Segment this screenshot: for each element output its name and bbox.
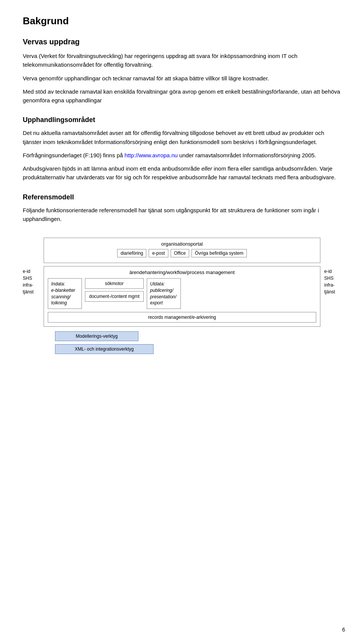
eid-left-line3: infra- [23, 282, 33, 288]
diarieföring-box: diarieföring [117, 249, 146, 257]
records-area: records management/e-arkivering [48, 312, 316, 323]
arendehantering-label: ärendehantering/workflow/process managem… [48, 270, 316, 275]
section2-p3-text: Anbudsgivaren bjöds in att lämna anbud i… [23, 165, 201, 172]
utdata-label: Utdata: [150, 281, 165, 287]
section1-p1: Verva (Verket för förvaltningsutveckling… [23, 52, 341, 69]
indata-scanning: scanning/ [51, 294, 71, 299]
eid-right-line2: SHS [324, 276, 334, 281]
eid-right-line3: infra- [324, 282, 334, 288]
page-number: 6 [342, 627, 345, 633]
section2-p2-suffix: under ramavtalsområdet Informationsförsö… [178, 152, 316, 158]
section2-heading: Upphandlingsområdet [23, 116, 341, 124]
diagram-center: organisationsportal diarieföring e-post … [44, 238, 320, 354]
arendehantering-box: ärendehantering/workflow/process managem… [44, 266, 320, 327]
eid-left-line2: SHS [23, 276, 32, 281]
utdata-publicering: publicering/ [150, 288, 173, 293]
content-row: Indata: e-blanketter scanning/ tolkning … [48, 278, 316, 309]
xml-box: XML- och integrationsverktyg [55, 344, 154, 354]
org-portal-box: organisationsportal diarieföring e-post … [44, 238, 320, 263]
eid-left-line1: e-id [23, 269, 30, 274]
eid-right-label: e-id SHS infra- tjänst [324, 238, 341, 295]
eid-left-label: e-id SHS infra- tjänst [23, 238, 40, 295]
page-title: Bakgrund [23, 15, 341, 27]
utdata-presentation: presentation/ [150, 294, 176, 299]
indata-e-blanketter: e-blanketter [51, 288, 75, 293]
sokmotor-box: sökmotor [85, 278, 144, 289]
avropa-link[interactable]: http://www.avropa.nu [124, 152, 177, 158]
modellerings-box: Modellerings-verktyg [55, 331, 138, 341]
indata-tolkning: tolkning [51, 300, 67, 306]
eid-right-line4: tjänst [324, 289, 335, 295]
bottom-boxes: Modellerings-verktyg XML- och integratio… [44, 329, 320, 354]
section2-p3: Anbudsgivaren bjöds in att lämna anbud i… [23, 164, 341, 182]
ovriga-box: Övriga befintliga system [191, 249, 247, 257]
section1-p3: Med stöd av tecknade ramavtal kan enskil… [23, 87, 341, 105]
section1-heading: Vervas uppdrag [23, 38, 341, 46]
section2-p2-prefix: Förfrågningsunderlaget (F:190) finns på [23, 152, 124, 158]
diagram: e-id SHS infra- tjänst organisationsport… [23, 238, 341, 354]
office-box: Office [171, 249, 189, 257]
section2-p2: Förfrågningsunderlaget (F:190) finns på … [23, 151, 341, 160]
section3-p1: Följande funktionsorienterade referensmo… [23, 206, 341, 224]
utdata-box: Utdata: publicering/ presentation/ expor… [147, 278, 181, 309]
indata-box: Indata: e-blanketter scanning/ tolkning [48, 278, 82, 309]
records-box: records management/e-arkivering [48, 312, 316, 323]
document-box: document-/content mgmt [85, 291, 144, 302]
eid-left-line4: tjänst [23, 289, 34, 295]
indata-label: Indata: [51, 281, 65, 287]
org-portal-label: organisationsportal [48, 241, 316, 247]
section1-p2: Verva genomför upphandlingar och tecknar… [23, 74, 341, 83]
eid-right-line1: e-id [324, 269, 332, 274]
section3-heading: Referensmodell [23, 193, 341, 201]
org-portal-items-row: diarieföring e-post Office Övriga befint… [48, 249, 316, 257]
utdata-export: export [150, 300, 163, 306]
section2-p1: Det nu aktuella ramavtalsområdet avser a… [23, 128, 341, 146]
sokmotor-group: sökmotor document-/content mgmt [85, 278, 144, 302]
e-post-box: e-post [149, 249, 168, 257]
section2-p3-italic: eller [201, 165, 212, 172]
